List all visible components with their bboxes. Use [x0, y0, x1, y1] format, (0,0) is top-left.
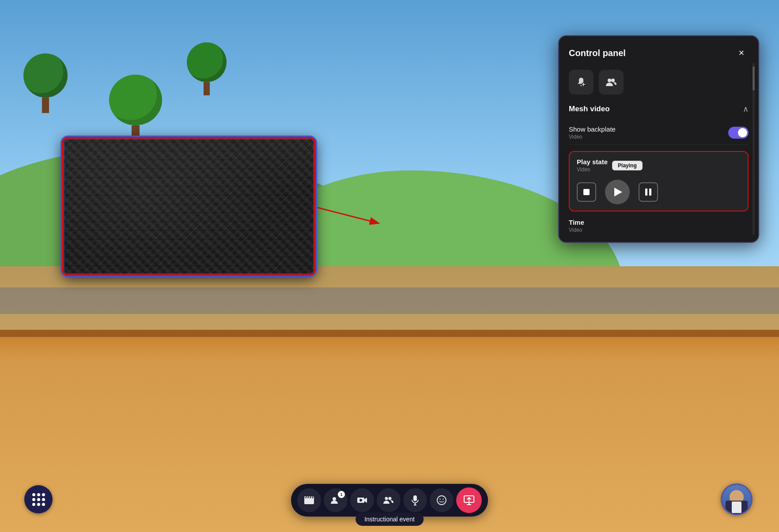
- panel-scrollbar: [753, 63, 755, 235]
- menu-button[interactable]: [24, 485, 53, 513]
- clapper-board-icon: [304, 496, 314, 505]
- svg-point-12: [333, 497, 336, 501]
- emoji-smile-icon: [437, 495, 446, 505]
- svg-point-4: [608, 79, 611, 82]
- scene-video-screen: [62, 137, 316, 276]
- participant-badge: 1: [338, 491, 345, 498]
- backplate-toggle[interactable]: [728, 127, 749, 139]
- avatar-figure: [722, 485, 751, 514]
- time-title: Time: [569, 219, 749, 226]
- microphone-icon: [412, 495, 419, 506]
- playing-badge: Playing: [612, 161, 643, 170]
- show-backplate-sub: Video: [569, 134, 616, 140]
- group-people-icon: [605, 77, 617, 87]
- scene-button[interactable]: [297, 488, 321, 512]
- mic-button[interactable]: [403, 488, 427, 512]
- instructional-event-tooltip: Instructional event: [355, 513, 424, 526]
- avatar-button[interactable]: [721, 483, 753, 515]
- people-icon: [383, 496, 394, 505]
- bottom-toolbar: 1: [291, 484, 488, 517]
- panel-header: Control panel ×: [569, 46, 749, 60]
- play-controls: [577, 180, 741, 204]
- svg-point-20: [437, 496, 446, 505]
- play-state-box: Play state Video Playing: [569, 151, 749, 211]
- tooltip-label: Instructional event: [364, 516, 415, 523]
- share-screen-icon: [464, 495, 474, 505]
- control-panel: Control panel × Mesh video ∧: [558, 35, 759, 243]
- panel-icon-row: [569, 70, 749, 94]
- svg-point-16: [389, 497, 392, 500]
- svg-point-5: [611, 79, 615, 82]
- panel-title: Control panel: [569, 48, 626, 58]
- people-button[interactable]: [377, 488, 401, 512]
- camera-button[interactable]: [350, 488, 374, 512]
- play-state-sub: Video: [577, 166, 608, 173]
- mesh-video-section: Mesh video ∧ Show backplate Video Play s…: [569, 104, 749, 233]
- time-section: Time Video: [569, 211, 749, 233]
- stop-button[interactable]: [577, 182, 596, 202]
- bell-settings-icon: [576, 77, 586, 87]
- emoji-button[interactable]: [430, 488, 454, 512]
- svg-point-21: [439, 498, 440, 499]
- play-state-title: Play state: [577, 158, 608, 166]
- group-icon-button[interactable]: [599, 70, 624, 94]
- share-screen-button[interactable]: [456, 487, 482, 513]
- svg-point-22: [442, 498, 443, 499]
- camera-icon: [357, 496, 367, 504]
- clapper-icon-button[interactable]: [569, 70, 594, 94]
- svg-point-15: [385, 497, 388, 500]
- play-state-header-row: Play state Video Playing: [577, 158, 741, 173]
- svg-rect-6: [304, 498, 314, 504]
- svg-point-14: [359, 499, 362, 502]
- mesh-video-title: Mesh video: [569, 105, 610, 113]
- panel-close-button[interactable]: ×: [734, 46, 749, 60]
- show-backplate-label: Show backplate: [569, 125, 616, 133]
- play-button[interactable]: [605, 180, 630, 204]
- svg-point-3: [583, 84, 584, 85]
- section-header: Mesh video ∧: [569, 104, 749, 114]
- participants-button[interactable]: 1: [324, 488, 348, 512]
- svg-rect-17: [413, 495, 417, 501]
- time-sub: Video: [569, 227, 749, 233]
- show-backplate-row: Show backplate Video: [569, 121, 749, 145]
- dots-grid: [32, 493, 45, 506]
- section-collapse-button[interactable]: ∧: [743, 104, 749, 114]
- pause-button[interactable]: [639, 182, 658, 202]
